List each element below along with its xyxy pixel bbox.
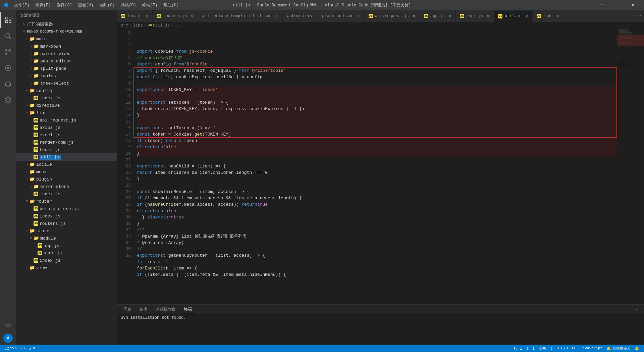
tab-directory-template-list-vue[interactable]: ◈directory-template-list.vue✕ bbox=[198, 10, 282, 22]
tab-routers-js[interactable]: JSrouters.js✕ bbox=[153, 10, 198, 22]
sidebar-item-module[interactable]: ▽📂module bbox=[16, 235, 117, 242]
panel-tab-debug-console[interactable]: 调试控制台 bbox=[152, 305, 180, 314]
sidebar-item-mock[interactable]: ▷📁mock bbox=[16, 168, 117, 175]
sidebar-item-libs[interactable]: ▽📂libs bbox=[16, 109, 117, 116]
sidebar-item-config[interactable]: ▽📂config bbox=[16, 87, 117, 94]
sidebar-item-axios-js[interactable]: JSaxios.js bbox=[16, 124, 117, 131]
menu-edit[interactable]: 编辑(E) bbox=[33, 2, 54, 9]
tab-directory-template-add-vue[interactable]: ◈directory-template-add.vue✕ bbox=[283, 10, 365, 22]
sidebar-item-api-request-js[interactable]: JSapi.request.js bbox=[16, 116, 117, 124]
tab-close-button[interactable]: ✕ bbox=[144, 13, 150, 19]
code-line-13: export const getToken = () => { bbox=[137, 125, 617, 131]
menu-help[interactable]: 帮助(H) bbox=[161, 2, 181, 9]
status-line-col[interactable]: 行 1, 列 1 bbox=[512, 345, 537, 352]
tab-inde[interactable]: JSinde✕ bbox=[533, 10, 566, 22]
status-feedback[interactable]: 🔔 召唤投稿人 bbox=[604, 345, 633, 352]
maximize-button[interactable]: □ bbox=[610, 0, 625, 10]
code-content[interactable]: import Cookies from 'js-cookie'// cookie… bbox=[133, 29, 617, 304]
panel-close-button[interactable]: ✕ bbox=[633, 306, 641, 313]
folder-arrow: ▷ bbox=[24, 162, 30, 167]
tree-item-label: util.js bbox=[40, 155, 61, 160]
sidebar-item-error-store[interactable]: ▷📁error-store bbox=[16, 183, 117, 190]
sidebar-item-app-js[interactable]: JSapp.js bbox=[16, 242, 117, 249]
breadcrumb-src: src bbox=[121, 23, 128, 28]
tab-close-button[interactable]: ✕ bbox=[555, 13, 561, 19]
tab-util-js[interactable]: JSutil.js✕ bbox=[494, 10, 532, 22]
status-notification[interactable]: 🔔 bbox=[633, 345, 641, 352]
explorer-activity-icon[interactable] bbox=[0, 12, 16, 28]
status-errors[interactable]: ✕ 0 ⚠ 0 bbox=[19, 345, 37, 352]
sidebar-item-user-js[interactable]: JSuser.js bbox=[16, 249, 117, 257]
line-number-7: 7 bbox=[117, 67, 131, 74]
sidebar-item-store[interactable]: ▽📂store bbox=[16, 227, 117, 235]
open-editors-section[interactable]: ▷ 打开的编辑器 bbox=[16, 20, 117, 28]
status-language[interactable]: JavaScript bbox=[578, 345, 604, 352]
tab-lex-js[interactable]: JSlex.js✕ bbox=[117, 10, 153, 22]
minimize-button[interactable]: ─ bbox=[594, 0, 610, 10]
menu-select[interactable]: 选择(S) bbox=[54, 2, 75, 9]
extensions-activity-icon[interactable] bbox=[0, 76, 16, 92]
sidebar-item-plugin[interactable]: ▷📁plugin bbox=[16, 175, 117, 183]
sidebar-item-index-js[interactable]: JSindex.js bbox=[16, 94, 117, 102]
sidebar-item-markdown[interactable]: ▷📁markdown bbox=[16, 43, 117, 50]
panel-tab-terminal[interactable]: 终端 bbox=[180, 305, 196, 314]
sidebar-item-parent-view[interactable]: ▷📁parent-view bbox=[16, 50, 117, 57]
debug-activity-icon[interactable] bbox=[0, 60, 16, 76]
line-number-1: 1 bbox=[117, 29, 131, 36]
sidebar-item-tools-js[interactable]: JStools.js bbox=[16, 146, 117, 153]
tab-close-button[interactable]: ✕ bbox=[485, 13, 491, 19]
js-tab-icon: JS bbox=[537, 14, 541, 18]
tab-close-button[interactable]: ✕ bbox=[356, 13, 362, 19]
tab-close-button[interactable]: ✕ bbox=[189, 13, 195, 19]
git-activity-icon[interactable] bbox=[0, 44, 16, 60]
sidebar-item-main[interactable]: ▷📁main bbox=[16, 35, 117, 43]
search-activity-icon[interactable] bbox=[0, 28, 16, 44]
spaces-label: 空格: 2 bbox=[539, 346, 553, 351]
sidebar-item-tables[interactable]: ▷📁tables bbox=[16, 72, 117, 80]
folder-arrow: ▷ bbox=[28, 58, 34, 64]
sidebar-item-util-js[interactable]: JSutil.js bbox=[16, 153, 117, 161]
project-root[interactable]: ▽ RUNGO.DOCUMENT.CONFIG.WEB bbox=[16, 28, 117, 35]
status-encoding[interactable]: UTF-8 bbox=[555, 345, 570, 352]
sidebar-item-index-js[interactable]: JSindex.js bbox=[16, 190, 117, 198]
tab-close-button[interactable]: ✕ bbox=[411, 13, 417, 19]
svg-point-4 bbox=[6, 53, 7, 55]
user-avatar[interactable]: A bbox=[3, 334, 13, 343]
tab-overflow-button[interactable]: ··· bbox=[632, 10, 644, 22]
sidebar-item-locale[interactable]: ▷📁locale bbox=[16, 161, 117, 168]
status-spaces[interactable]: 空格: 2 bbox=[537, 345, 555, 352]
tab-close-button[interactable]: ✕ bbox=[274, 13, 280, 19]
menu-debug[interactable]: 调试(D) bbox=[118, 2, 139, 9]
sidebar-item-routers-js[interactable]: JSrouters.js bbox=[16, 220, 117, 227]
menu-view[interactable]: 查看(V) bbox=[75, 2, 96, 9]
svn-activity-icon[interactable] bbox=[0, 92, 16, 108]
sidebar-item-router[interactable]: ▽📂router bbox=[16, 198, 117, 205]
panel-tab-output[interactable]: 输出 bbox=[136, 305, 152, 314]
sidebar-item-tree-select[interactable]: ▷📁tree-select bbox=[16, 80, 117, 87]
menu-goto[interactable]: 转到(G) bbox=[97, 2, 117, 9]
sidebar-item-directive[interactable]: ▷📁directive bbox=[16, 102, 117, 109]
menu-terminal[interactable]: 终端(T) bbox=[140, 2, 160, 9]
sidebar-item-split-pane[interactable]: ▷📁split-pane bbox=[16, 65, 117, 72]
sidebar-item-excel-js[interactable]: JSexcel.js bbox=[16, 131, 117, 139]
sidebar-item-before-close-js[interactable]: JSbefore-close.js bbox=[16, 205, 117, 212]
tab-api-request-js[interactable]: JSapi.request.js✕ bbox=[365, 10, 420, 22]
sidebar-item-paste-editor[interactable]: ▷📁paste-editor bbox=[16, 57, 117, 65]
sidebar-item-index-js[interactable]: JSindex.js bbox=[16, 257, 117, 264]
close-button[interactable]: ✕ bbox=[625, 0, 641, 10]
tab-close-button[interactable]: ✕ bbox=[524, 13, 530, 19]
feedback-label: 召唤投稿人 bbox=[612, 346, 631, 351]
sidebar-item-index-js[interactable]: JSindex.js bbox=[16, 212, 117, 220]
tab-user-js[interactable]: JSuser.js✕ bbox=[456, 10, 494, 22]
status-line-ending[interactable]: LF bbox=[570, 345, 578, 352]
tab-app-js[interactable]: JSapp.js✕ bbox=[420, 10, 456, 22]
window-title: util.js - RunGo.Document.Config.Web - Vi… bbox=[233, 2, 411, 8]
panel-tab-problems[interactable]: 问题 bbox=[119, 305, 136, 314]
tab-close-button[interactable]: ✕ bbox=[447, 13, 453, 19]
settings-activity-icon[interactable] bbox=[0, 317, 16, 334]
sidebar-item-render-dom-js[interactable]: JSrender-dom.js bbox=[16, 139, 117, 146]
sidebar-content[interactable]: ▷ 打开的编辑器 ▽ RUNGO.DOCUMENT.CONFIG.WEB ▷📁m… bbox=[16, 20, 117, 345]
menu-file[interactable]: 文件(F) bbox=[11, 2, 32, 9]
sidebar-item-view[interactable]: ▷📁view bbox=[16, 264, 117, 271]
status-git-branch[interactable]: ⎇ Svn bbox=[3, 345, 19, 352]
